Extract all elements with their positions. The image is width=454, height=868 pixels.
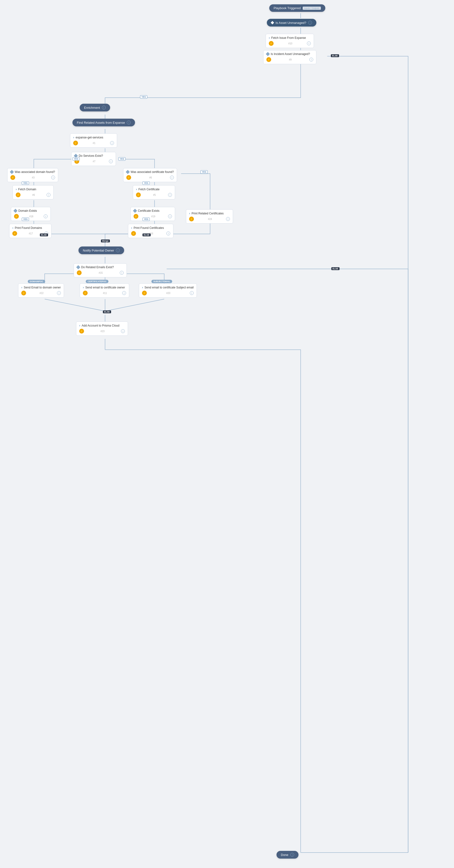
domain-exists-lightning: ⚡ — [14, 214, 19, 219]
cert-found-diamond — [126, 170, 130, 174]
email-subject-arrow: › — [142, 285, 143, 289]
services-exist-info[interactable]: i — [109, 159, 113, 163]
incident-lightning: ⚡ — [266, 57, 271, 62]
domain-found-lightning: ⚡ — [10, 175, 15, 180]
done-node[interactable]: Done i — [277, 851, 299, 859]
fetch-cert-node[interactable]: › Fetch Certificate ⚡ #5 i — [133, 185, 175, 199]
is-asset-unmanaged-node[interactable]: Is Asset Unmanaged? i — [267, 19, 316, 27]
print-certs-lightning: ⚡ — [131, 231, 136, 236]
expanse-get-services-node[interactable]: › expanse-get-services ⚡ #1 i — [70, 133, 117, 148]
tag-certificatepoc: CERTIFICATEPOC — [86, 280, 108, 283]
services-arrow: › — [73, 135, 74, 139]
send-email-subject-node[interactable]: › Send email to certificate Subject emai… — [139, 283, 197, 298]
fetch-issue-node[interactable]: › Fetch Issue From Expanse ⚡ #10 i — [266, 34, 314, 48]
print-found-certs-node[interactable]: › Print Found Certificates ⚡ #16 i — [128, 224, 173, 238]
merge-badge: Merge — [101, 240, 110, 242]
is-incident-unmanaged-node[interactable]: Is Incident Asset Unmanaged? ⚡ #9 i — [263, 50, 316, 64]
incident-info[interactable]: i — [309, 58, 313, 62]
print-related-info[interactable]: i — [226, 217, 230, 221]
find-related-node[interactable]: Find Related Assets from Expanse i — [73, 119, 135, 126]
cert-exists-id: #19 — [151, 215, 155, 218]
cert-found-lightning: ⚡ — [126, 175, 131, 180]
enrichment-info[interactable]: i — [102, 106, 106, 110]
emails-info[interactable]: i — [120, 271, 124, 275]
domain-exists-info[interactable]: i — [44, 214, 48, 218]
email-cert-arrow: › — [83, 285, 84, 289]
notify-owner-info[interactable]: i — [116, 248, 120, 252]
email-subject-info[interactable]: i — [190, 291, 194, 295]
domain-found-diamond — [10, 170, 14, 174]
yes-label-services-right: YES — [118, 157, 125, 161]
emails-exist-label: Do Related Emails Exist? — [81, 266, 114, 269]
do-related-emails-node[interactable]: Do Related Emails Exist? ⚡ #15 i — [74, 264, 127, 277]
domain-found-id: #3 — [32, 176, 34, 179]
services-lightning: ⚡ — [73, 141, 78, 146]
send-email-cert-owner-node[interactable]: › Send email to certificate owner ⚡ #11 … — [80, 283, 129, 298]
done-info[interactable]: i — [290, 853, 294, 857]
add-account-prisma-node[interactable]: › Add Account to Prisma Cloud ⚡ #23 i — [76, 321, 128, 336]
cert-exists-info[interactable]: i — [168, 214, 172, 218]
else-label-incident: ELSE — [331, 54, 339, 57]
cert-found-info[interactable]: i — [170, 176, 174, 180]
email-subject-lightning: ⚡ — [142, 290, 147, 296]
prisma-arrow: › — [79, 324, 80, 327]
find-related-info[interactable]: i — [127, 121, 131, 124]
send-email-domain-node[interactable]: › Send Email to domain owner ⚡ #22 i — [18, 283, 64, 298]
cert-exists-node[interactable]: Certificate Exists ⚡ #19 i — [131, 207, 175, 221]
print-related-label: Print Related Certificates — [192, 212, 224, 215]
yes-label-services-left: YES — [73, 157, 80, 161]
enrichment-node[interactable]: Enrichment i — [80, 104, 110, 112]
else-label-certs: ELSE — [142, 234, 151, 236]
connector-lines — [0, 0, 454, 868]
fetch-cert-arrow: › — [136, 187, 137, 191]
cert-found-label: Was associated certificate found? — [131, 170, 174, 174]
emails-id: #15 — [99, 272, 103, 274]
domain-found-info[interactable]: i — [51, 176, 55, 180]
fetch-issue-info[interactable]: i — [307, 41, 311, 45]
fetch-cert-lightning: ⚡ — [136, 192, 141, 197]
else-label-domains: ELSE — [40, 234, 48, 236]
emails-diamond — [76, 265, 80, 269]
email-domain-info[interactable]: i — [57, 291, 61, 295]
domain-found-label: Was associated domain found? — [15, 170, 55, 174]
notify-owner-label: Notify Potential Owner — [83, 249, 114, 252]
cert-exists-label: Certificate Exists — [138, 209, 160, 213]
print-related-arrow: › — [189, 212, 190, 215]
is-asset-info-icon[interactable]: i — [308, 21, 312, 25]
fetch-domain-lightning: ⚡ — [16, 192, 21, 197]
playbook-triggered-node[interactable]: Playbook Triggered Inputs / Outputs — [269, 4, 325, 12]
services-info[interactable]: i — [110, 141, 114, 145]
cert-exists-diamond — [133, 209, 137, 213]
fetch-issue-lightning: ⚡ — [269, 41, 274, 46]
print-certs-info[interactable]: i — [166, 231, 170, 236]
email-cert-info[interactable]: i — [122, 291, 126, 295]
notify-potential-owner-node[interactable]: Notify Potential Owner i — [79, 247, 124, 254]
print-related-certs-node[interactable]: › Print Related Certificates ⚡ #24 i — [186, 209, 233, 224]
prisma-label: Add Account to Prisma Cloud — [82, 324, 119, 327]
yes-label-cert-exists: YES — [142, 218, 150, 221]
done-label: Done — [281, 853, 288, 857]
fetch-domain-node[interactable]: › Fetch Domain ⚡ #6 i — [12, 185, 54, 199]
else-label-emails: ELSE — [103, 310, 111, 313]
prisma-info[interactable]: i — [121, 329, 125, 333]
email-domain-label: Send Email to domain owner — [24, 286, 61, 289]
fetch-domain-info[interactable]: i — [47, 193, 51, 197]
domain-exists-node[interactable]: Domain Exists ⚡ #18 i — [11, 207, 51, 221]
yes-label-incident: YES — [140, 95, 147, 99]
yes-label-domain: YES — [22, 181, 29, 185]
print-certs-arrow: › — [131, 226, 132, 229]
services-exist-label: Do Services Exist? — [79, 154, 103, 157]
was-domain-found-node[interactable]: Was associated domain found? ⚡ #3 i — [7, 168, 58, 182]
is-incident-label: Is Incident Asset Unmanaged? — [271, 52, 310, 56]
prisma-lightning: ⚡ — [79, 329, 84, 334]
services-id: #1 — [93, 142, 95, 145]
is-asset-unmanaged-label: Is Asset Unmanaged? — [276, 21, 306, 25]
print-domains-label: Print Found Domains — [15, 226, 42, 229]
services-label: expanse-get-services — [76, 136, 103, 139]
fetch-cert-info[interactable]: i — [168, 193, 172, 197]
print-domains-arrow: › — [12, 226, 13, 229]
was-cert-found-node[interactable]: Was associated certificate found? ⚡ #6 i — [123, 168, 177, 182]
print-certs-label: Print Found Certificates — [134, 226, 164, 229]
else-label-right: ELSE — [331, 267, 340, 270]
fetch-domain-id: #6 — [32, 194, 35, 196]
